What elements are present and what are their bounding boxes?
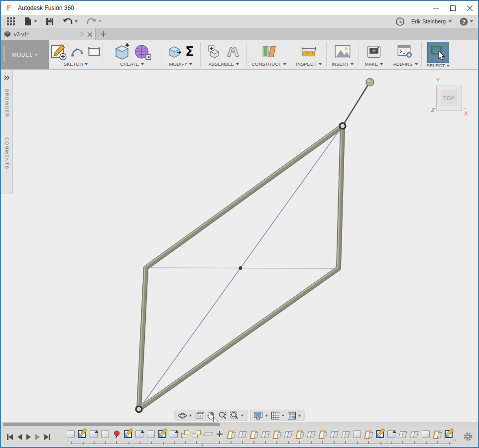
- make-group-label[interactable]: MAKE: [365, 61, 383, 69]
- timeline-item-extrude[interactable]: [170, 430, 178, 438]
- addins-group-label[interactable]: ADD-INS: [393, 61, 417, 69]
- timeline-scrollbar-thumb[interactable]: [3, 423, 220, 426]
- zoom-window-button[interactable]: [229, 411, 245, 420]
- timeline-item-cube[interactable]: [67, 430, 75, 438]
- new-component-icon[interactable]: [207, 44, 223, 60]
- go-to-start-button[interactable]: [7, 434, 13, 440]
- tab-close-button[interactable]: [88, 30, 92, 39]
- timeline-item-ojoint[interactable]: [296, 430, 304, 438]
- browser-panel-tab[interactable]: BROWSER: [4, 89, 9, 117]
- create-group-label[interactable]: CREATE: [120, 61, 144, 69]
- user-account-name[interactable]: Erik Steinberg: [411, 18, 446, 24]
- antenna-rod[interactable]: [343, 83, 369, 126]
- timeline-item-gjoint[interactable]: [330, 430, 338, 438]
- spline-icon[interactable]: [70, 45, 84, 59]
- undo-button[interactable]: [63, 18, 78, 25]
- user-menu-caret[interactable]: [449, 20, 452, 22]
- timeline-item-ojoint[interactable]: [250, 430, 258, 438]
- go-to-end-button[interactable]: [44, 434, 50, 440]
- construction-plane-icon[interactable]: [260, 44, 277, 60]
- press-pull-icon[interactable]: [167, 44, 182, 59]
- timeline-item-ojoint[interactable]: [433, 430, 441, 438]
- timeline-item-sketch[interactable]: [158, 430, 166, 438]
- orbit-button[interactable]: [177, 411, 194, 420]
- inspect-group-label[interactable]: INSPECT: [296, 61, 321, 69]
- grid-snap-button[interactable]: [270, 412, 286, 420]
- view-cube[interactable]: TOP Y Z -X: [435, 85, 463, 112]
- create-form-icon[interactable]: [134, 43, 151, 60]
- timeline-item-gjoint[interactable]: [261, 430, 269, 438]
- timeline-item-sketch[interactable]: [376, 430, 384, 438]
- 3d-model-scene[interactable]: [1, 70, 478, 422]
- timeline-item-plane[interactable]: [203, 432, 214, 436]
- play-button[interactable]: [26, 434, 31, 440]
- timeline-item-sketch[interactable]: [124, 430, 132, 438]
- timeline-item-cube[interactable]: [147, 430, 155, 438]
- timeline-item-cube[interactable]: [353, 430, 361, 438]
- job-status-clock-icon[interactable]: [396, 17, 404, 26]
- create-sketch-icon[interactable]: [50, 43, 67, 60]
- app-launcher-icon[interactable]: [7, 17, 15, 25]
- close-button[interactable]: [461, 1, 478, 15]
- timeline-item-gjoint[interactable]: [342, 430, 350, 438]
- timeline-item-ojoint[interactable]: [364, 430, 372, 438]
- redo-button[interactable]: [87, 18, 102, 25]
- step-forward-button[interactable]: [35, 434, 40, 440]
- help-button[interactable]: ?: [460, 17, 473, 26]
- timeline-item-gjoint[interactable]: [307, 430, 315, 438]
- timeline-item-ojoint[interactable]: [319, 430, 327, 438]
- end-sphere[interactable]: [366, 78, 374, 86]
- timeline-settings-gear-icon[interactable]: [463, 432, 473, 442]
- step-back-button[interactable]: [17, 434, 22, 440]
- joint-icon[interactable]: [226, 45, 240, 59]
- timeline-item-ojoint[interactable]: [273, 430, 281, 438]
- timeline-item-gjoint[interactable]: [284, 430, 292, 438]
- timeline-item-asbuilt[interactable]: [193, 430, 201, 438]
- viewport-canvas[interactable]: BROWSER COMMENTS TOP Y Z -X: [1, 70, 478, 422]
- timeline-item-sketch[interactable]: [78, 430, 86, 438]
- timeline-scrollbar[interactable]: [1, 422, 478, 427]
- sketch-rectangle-icon[interactable]: [87, 46, 101, 58]
- timeline-item-sketch[interactable]: [445, 430, 453, 438]
- maximize-button[interactable]: [444, 1, 461, 15]
- new-tab-button[interactable]: [96, 28, 111, 40]
- comments-panel-tab[interactable]: COMMENTS: [4, 137, 9, 170]
- modify-group-label[interactable]: MODIFY: [169, 61, 193, 69]
- new-body-icon[interactable]: [113, 43, 131, 61]
- document-tab[interactable]: v3 v1*: [1, 28, 96, 40]
- look-at-button[interactable]: [194, 412, 206, 420]
- timeline-item-extrude[interactable]: [387, 430, 395, 438]
- assemble-group-label[interactable]: ASSEMBLE: [208, 61, 239, 69]
- top-joint-ring[interactable]: [340, 123, 346, 129]
- viewports-button[interactable]: [286, 412, 303, 420]
- insert-group-label[interactable]: INSERT: [332, 61, 354, 69]
- sketch-group-label[interactable]: SKETCH: [64, 61, 88, 69]
- file-menu-button[interactable]: [24, 17, 37, 26]
- sketch-horizontal-line[interactable]: [146, 268, 339, 268]
- insert-image-icon[interactable]: [335, 45, 351, 59]
- center-point[interactable]: [239, 266, 242, 270]
- workspace-switcher[interactable]: MODEL: [1, 40, 49, 69]
- timeline-item-cube[interactable]: [422, 430, 430, 438]
- timeline-item-cube[interactable]: [101, 430, 109, 438]
- 3d-print-icon[interactable]: [366, 45, 381, 59]
- view-cube-face[interactable]: TOP: [436, 86, 462, 111]
- timeline-item-asbuilt[interactable]: [181, 430, 189, 438]
- timeline-item-extrude[interactable]: [135, 430, 143, 438]
- construct-group-label[interactable]: CONSTRUCT: [251, 61, 286, 69]
- select-tool-button[interactable]: [427, 42, 449, 63]
- timeline-item-gjoint[interactable]: [410, 430, 418, 438]
- timeline-item-extrude[interactable]: [90, 430, 98, 438]
- parameters-icon[interactable]: Σ: [185, 45, 194, 58]
- measure-icon[interactable]: [300, 45, 317, 59]
- timeline-item-pin[interactable]: [113, 430, 120, 438]
- display-settings-button[interactable]: [252, 412, 270, 420]
- timeline-item-gjoint[interactable]: [239, 430, 246, 438]
- timeline-item-move[interactable]: [216, 430, 224, 438]
- minimize-button[interactable]: [427, 1, 444, 15]
- timeline-item-ojoint[interactable]: [227, 430, 235, 438]
- save-button[interactable]: [46, 17, 54, 25]
- expand-panel-icon[interactable]: [4, 75, 10, 80]
- scripts-addins-icon[interactable]: [397, 45, 413, 59]
- timeline-item-gjoint[interactable]: [399, 430, 407, 438]
